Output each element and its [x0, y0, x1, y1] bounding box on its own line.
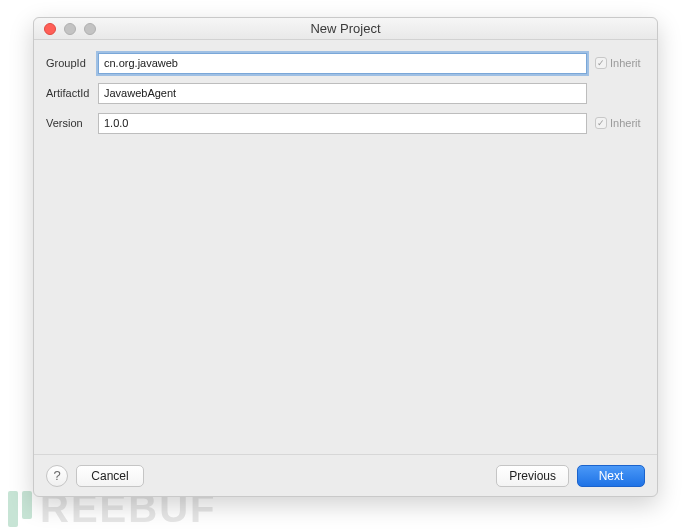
previous-button[interactable]: Previous [496, 465, 569, 487]
window-controls [34, 23, 96, 35]
input-groupid[interactable] [98, 53, 587, 74]
close-icon[interactable] [44, 23, 56, 35]
row-version: Version ✓ Inherit [46, 110, 645, 136]
form-content: GroupId ✓ Inherit ArtifactId Version ✓ I… [34, 40, 657, 454]
zoom-icon [84, 23, 96, 35]
input-artifactid[interactable] [98, 83, 587, 104]
inherit-groupid[interactable]: ✓ Inherit [587, 57, 645, 69]
minimize-icon [64, 23, 76, 35]
watermark-icon [8, 491, 36, 527]
input-version[interactable] [98, 113, 587, 134]
row-groupid: GroupId ✓ Inherit [46, 50, 645, 76]
label-groupid: GroupId [46, 57, 98, 69]
checkbox-icon[interactable]: ✓ [595, 57, 607, 69]
dialog-window: New Project GroupId ✓ Inherit ArtifactId… [33, 17, 658, 497]
dialog-footer: ? Cancel Previous Next [34, 454, 657, 496]
inherit-label: Inherit [610, 57, 641, 69]
row-artifactid: ArtifactId [46, 80, 645, 106]
window-title: New Project [34, 21, 657, 36]
label-artifactid: ArtifactId [46, 87, 98, 99]
titlebar: New Project [34, 18, 657, 40]
inherit-version[interactable]: ✓ Inherit [587, 117, 645, 129]
inherit-label: Inherit [610, 117, 641, 129]
label-version: Version [46, 117, 98, 129]
help-button[interactable]: ? [46, 465, 68, 487]
checkbox-icon[interactable]: ✓ [595, 117, 607, 129]
cancel-button[interactable]: Cancel [76, 465, 144, 487]
next-button[interactable]: Next [577, 465, 645, 487]
